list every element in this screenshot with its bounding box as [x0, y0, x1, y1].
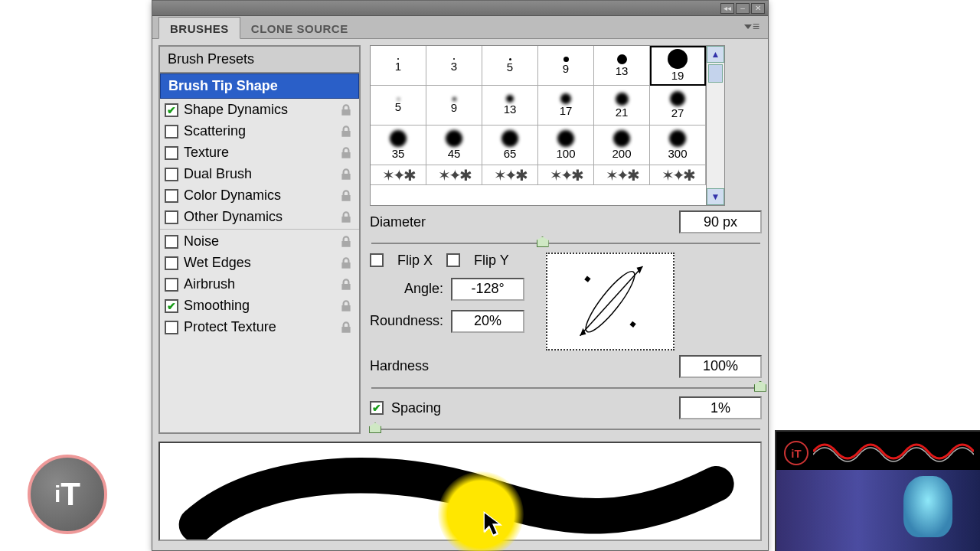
- sidebar-item-color-dynamics[interactable]: Color Dynamics: [160, 184, 359, 206]
- flip-x-checkbox[interactable]: [370, 253, 384, 267]
- checkbox[interactable]: [165, 299, 178, 313]
- sidebar-item-label: Color Dynamics: [184, 187, 281, 204]
- sidebar-item-dual-brush[interactable]: Dual Brush: [160, 163, 359, 184]
- scroll-up-icon[interactable]: ▲: [707, 46, 724, 63]
- brush-preset-19[interactable]: 19: [650, 46, 706, 86]
- lock-icon[interactable]: [339, 235, 353, 249]
- checkbox[interactable]: [165, 189, 178, 203]
- brush-preset-[interactable]: ✶✦✱: [650, 165, 706, 185]
- checkbox[interactable]: [165, 321, 178, 334]
- angle-input[interactable]: [451, 278, 524, 301]
- sidebar-item-protect-texture[interactable]: Protect Texture: [160, 316, 359, 337]
- brush-preset-45[interactable]: 45: [426, 126, 482, 165]
- sidebar-item-other-dynamics[interactable]: Other Dynamics: [160, 206, 359, 227]
- sidebar-item-noise[interactable]: Noise: [160, 229, 359, 252]
- brush-preset-27[interactable]: 27: [650, 86, 706, 126]
- checkbox[interactable]: [165, 235, 178, 249]
- sidebar-header[interactable]: Brush Presets: [160, 47, 359, 73]
- lock-icon[interactable]: [339, 189, 353, 203]
- sidebar-item-label: Texture: [184, 145, 229, 161]
- brush-preset-65[interactable]: 65: [482, 126, 538, 165]
- svg-rect-4: [584, 276, 590, 282]
- brush-preset-21[interactable]: 21: [594, 86, 650, 126]
- sidebar-item-label: Airbrush: [184, 276, 235, 292]
- sidebar-item-label: Noise: [184, 233, 219, 249]
- hardness-input[interactable]: [679, 355, 762, 378]
- panel-menu-icon[interactable]: [742, 21, 762, 33]
- collapse-button[interactable]: ◂◂: [720, 3, 734, 14]
- brush-preset-300[interactable]: 300: [650, 126, 706, 165]
- brush-preset-[interactable]: ✶✦✱: [538, 165, 594, 185]
- tab-clone-source[interactable]: CLONE SOURCE: [240, 18, 359, 38]
- close-button[interactable]: ✕: [751, 3, 765, 14]
- brush-preset-3[interactable]: 3: [426, 46, 482, 86]
- lock-icon[interactable]: [339, 299, 353, 313]
- brush-preset-35[interactable]: 35: [371, 126, 426, 165]
- sidebar-item-texture[interactable]: Texture: [160, 142, 359, 163]
- brush-preset-5[interactable]: 5: [371, 86, 426, 126]
- flip-x-label: Flip X: [397, 253, 433, 269]
- checkbox[interactable]: [165, 103, 178, 117]
- lock-icon[interactable]: [339, 125, 353, 139]
- brush-preset-200[interactable]: 200: [594, 126, 650, 165]
- cursor-highlight: [438, 471, 524, 551]
- brush-tip-settings: 135913195913172127354565100200300✶✦✱✶✦✱✶…: [370, 45, 762, 434]
- brush-preset-100[interactable]: 100: [538, 126, 594, 165]
- roundness-input[interactable]: [451, 310, 524, 333]
- svg-rect-5: [630, 321, 636, 327]
- roundness-label: Roundness:: [370, 313, 443, 329]
- checkbox[interactable]: [165, 210, 178, 224]
- brush-preset-17[interactable]: 17: [538, 86, 594, 126]
- lock-icon[interactable]: [339, 278, 353, 292]
- scroll-thumb[interactable]: [708, 64, 723, 83]
- minimize-button[interactable]: –: [736, 3, 750, 14]
- sidebar-item-shape-dynamics[interactable]: Shape Dynamics: [160, 99, 359, 120]
- diameter-input[interactable]: [679, 210, 762, 233]
- lock-icon[interactable]: [339, 256, 353, 270]
- spacing-label: Spacing: [391, 400, 441, 416]
- brush-preset-[interactable]: ✶✦✱: [426, 165, 482, 185]
- sidebar-item-scattering[interactable]: Scattering: [160, 120, 359, 142]
- diameter-label: Diameter: [370, 214, 426, 230]
- brush-preset-9[interactable]: 9: [538, 46, 594, 86]
- sidebar-item-label: Dual Brush: [184, 166, 252, 182]
- brush-preset-5[interactable]: 5: [482, 46, 538, 86]
- scroll-down-icon[interactable]: ▼: [707, 188, 724, 205]
- sidebar-item-label: Shape Dynamics: [184, 102, 288, 118]
- checkbox[interactable]: [165, 146, 178, 160]
- brush-preset-[interactable]: ✶✦✱: [482, 165, 538, 185]
- lock-icon[interactable]: [339, 210, 353, 224]
- checkbox[interactable]: [165, 168, 178, 181]
- checkbox[interactable]: [165, 125, 178, 139]
- brush-preset-[interactable]: ✶✦✱: [594, 165, 650, 185]
- checkbox[interactable]: [165, 256, 178, 270]
- lock-icon[interactable]: [339, 103, 353, 117]
- lock-icon[interactable]: [339, 168, 353, 181]
- spacing-checkbox[interactable]: [370, 401, 384, 415]
- lock-icon[interactable]: [339, 321, 353, 334]
- spacing-slider[interactable]: [371, 424, 760, 434]
- brushes-panel: ◂◂ – ✕ BRUSHES CLONE SOURCE Brush Preset…: [152, 0, 769, 551]
- spacing-input[interactable]: [679, 396, 762, 419]
- sidebar-item-wet-edges[interactable]: Wet Edges: [160, 252, 359, 273]
- angle-preview[interactable]: [546, 253, 675, 350]
- angle-label: Angle:: [404, 281, 443, 297]
- lock-icon[interactable]: [339, 146, 353, 160]
- video-thumbnail: iT: [775, 430, 980, 551]
- brush-preset-13[interactable]: 13: [482, 86, 538, 126]
- sidebar-item-smoothing[interactable]: Smoothing: [160, 295, 359, 316]
- flip-y-checkbox[interactable]: [446, 253, 460, 267]
- sidebar-item-airbrush[interactable]: Airbrush: [160, 273, 359, 295]
- sidebar-item-label: Protect Texture: [184, 319, 276, 335]
- checkbox[interactable]: [165, 278, 178, 292]
- hardness-slider[interactable]: [371, 383, 760, 393]
- brush-options-sidebar: Brush Presets Brush Tip Shape Shape Dyna…: [158, 45, 361, 434]
- sidebar-item-brush-tip-shape[interactable]: Brush Tip Shape: [160, 73, 359, 99]
- diameter-slider[interactable]: [371, 238, 760, 248]
- brush-preset-13[interactable]: 13: [594, 46, 650, 86]
- brush-preset-1[interactable]: 1: [371, 46, 426, 86]
- brush-preset-9[interactable]: 9: [426, 86, 482, 126]
- preset-scrollbar[interactable]: ▲ ▼: [707, 45, 725, 206]
- brush-preset-[interactable]: ✶✦✱: [371, 165, 426, 185]
- tab-brushes[interactable]: BRUSHES: [158, 17, 240, 39]
